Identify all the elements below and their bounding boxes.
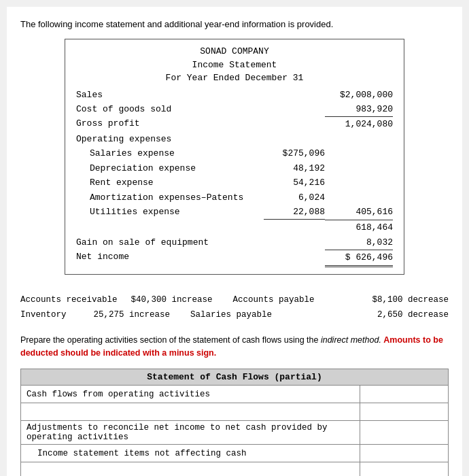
- instruction-text: Prepare the operating activities section…: [20, 334, 449, 360]
- ap-value: $8,100 decrease: [372, 292, 449, 308]
- row-sales: Sales $2,008,000: [76, 88, 393, 102]
- val2-utilities: 405,616: [325, 205, 393, 220]
- row-net-income: Net income $ 626,496: [76, 250, 393, 267]
- ar-value: $40,300 increase: [131, 292, 213, 308]
- val2-subtotal: 618,464: [325, 220, 393, 235]
- val1-depreciation: 48,192: [264, 161, 325, 175]
- val1-gain: [264, 235, 325, 250]
- label-gain: Gain on sale of equipment: [76, 235, 264, 250]
- label-net-income: Net income: [76, 250, 264, 267]
- cf-label-3: Adjustments to reconcile net income to n…: [21, 421, 360, 445]
- cf-label-4: Income statement items not affecting cas…: [21, 445, 360, 462]
- cf-row-5: [21, 462, 449, 476]
- additional-info: Accounts receivable $40,300 increase Acc…: [20, 292, 449, 323]
- row-amortization: Amortization expenses–Patents 6,024: [76, 190, 393, 205]
- val1-salaries: $275,096: [264, 146, 325, 160]
- cf-value-2[interactable]: [360, 403, 449, 421]
- sp-value: 2,650 decrease: [377, 307, 449, 323]
- cashflow-table: Statement of Cash Flows (partial) Cash f…: [20, 369, 449, 476]
- info-row-2: Inventory 25,275 increase Salaries payab…: [20, 307, 449, 323]
- val2-amortization: [325, 190, 393, 205]
- ap-label: Accounts payable: [233, 292, 315, 308]
- income-statement: SONAD COMPANY Income Statement For Year …: [65, 39, 404, 275]
- info-row-1: Accounts receivable $40,300 increase Acc…: [20, 292, 449, 308]
- cf-label-2: [21, 403, 360, 421]
- cashflow-header: Statement of Cash Flows (partial): [21, 369, 449, 386]
- row-gain: Gain on sale of equipment 8,032: [76, 235, 393, 250]
- label-subtotal: [76, 220, 264, 235]
- val2-depreciation: [325, 161, 393, 175]
- cf-row-2: [21, 403, 449, 421]
- val1-subtotal: [264, 220, 325, 235]
- row-salaries: Salaries expense $275,096: [76, 146, 393, 160]
- val2-opex: [325, 132, 393, 146]
- row-depreciation: Depreciation expense 48,192: [76, 161, 393, 175]
- row-utilities: Utilities expense 22,088 405,616: [76, 205, 393, 220]
- cf-row-3: Adjustments to reconcile net income to n…: [21, 421, 449, 445]
- val2-salaries: [325, 146, 393, 160]
- cf-row-4: Income statement items not affecting cas…: [21, 445, 449, 462]
- cf-value-3[interactable]: [360, 421, 449, 445]
- statement-heading: Income Statement: [76, 58, 393, 72]
- cf-label-1: Cash flows from operating activities: [21, 386, 360, 403]
- row-rent: Rent expense 54,216: [76, 175, 393, 190]
- sp-label: Salaries payable: [190, 307, 272, 323]
- statement-period: For Year Ended December 31: [76, 71, 393, 85]
- cf-label-5: [21, 462, 360, 476]
- inv-value: 25,275 increase: [94, 307, 171, 323]
- label-salaries: Salaries expense: [76, 146, 264, 160]
- ar-label: Accounts receivable: [20, 292, 118, 308]
- cf-row-1: Cash flows from operating activities: [21, 386, 449, 403]
- row-gross: Gross profit 1,024,080: [76, 116, 393, 131]
- inv-label: Inventory: [20, 307, 67, 323]
- company-name: SONAD COMPANY: [76, 45, 393, 58]
- label-amortization: Amortization expenses–Patents: [76, 190, 264, 205]
- method-italic: indirect method.: [321, 335, 381, 345]
- val2-net-income: $ 626,496: [325, 250, 393, 267]
- cf-value-1[interactable]: [360, 386, 449, 403]
- row-cogs: Cost of goods sold 983,920: [76, 102, 393, 116]
- val1-amortization: 6,024: [264, 190, 325, 205]
- val2-rent: [325, 175, 393, 190]
- cf-value-5[interactable]: [360, 462, 449, 476]
- val2-sales: $2,008,000: [325, 88, 393, 102]
- val2-gross: 1,024,080: [325, 116, 393, 131]
- val1-cogs: [264, 102, 325, 116]
- label-opex: Operating expenses: [76, 132, 264, 146]
- row-subtotal: 618,464: [76, 220, 393, 235]
- label-utilities: Utilities expense: [76, 205, 264, 220]
- label-sales: Sales: [76, 88, 264, 102]
- label-depreciation: Depreciation expense: [76, 161, 264, 175]
- intro-text: The following income statement and addit…: [20, 19, 449, 29]
- val1-sales: [264, 88, 325, 102]
- val1-opex: [264, 132, 325, 146]
- val1-rent: 54,216: [264, 175, 325, 190]
- val2-cogs: 983,920: [325, 102, 393, 116]
- page-container: The following income statement and addit…: [7, 7, 462, 476]
- label-rent: Rent expense: [76, 175, 264, 190]
- cf-value-4[interactable]: [360, 445, 449, 462]
- val1-utilities: 22,088: [264, 205, 325, 220]
- val1-net-income: [264, 250, 325, 267]
- val2-gain: 8,032: [325, 235, 393, 250]
- label-cogs: Cost of goods sold: [76, 102, 264, 116]
- label-gross: Gross profit: [76, 116, 264, 131]
- val1-gross: [264, 116, 325, 131]
- row-opex-header: Operating expenses: [76, 132, 393, 146]
- statement-title: SONAD COMPANY Income Statement For Year …: [76, 45, 393, 85]
